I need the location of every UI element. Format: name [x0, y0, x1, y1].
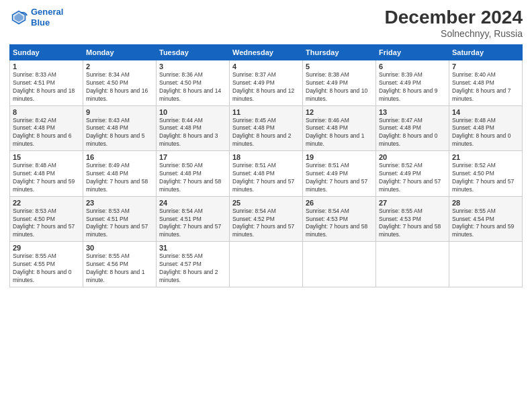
- day-info: Sunrise: 8:33 AM Sunset: 4:51 PM Dayligh…: [13, 71, 80, 103]
- day-number: 7: [452, 62, 519, 71]
- day-header-friday: Friday: [376, 45, 449, 60]
- day-header-thursday: Thursday: [303, 45, 376, 60]
- calendar-day-27: 27 Sunrise: 8:55 AM Sunset: 4:53 PM Dayl…: [376, 196, 449, 242]
- calendar-day-3: 3 Sunrise: 8:36 AM Sunset: 4:50 PM Dayli…: [157, 60, 230, 106]
- empty-cell: [303, 242, 376, 287]
- calendar-day-18: 18 Sunrise: 8:51 AM Sunset: 4:48 PM Dayl…: [230, 151, 303, 197]
- day-number: 12: [306, 108, 373, 116]
- calendar-day-7: 7 Sunrise: 8:40 AM Sunset: 4:48 PM Dayli…: [449, 60, 523, 106]
- day-info: Sunrise: 8:38 AM Sunset: 4:49 PM Dayligh…: [306, 71, 373, 103]
- subtitle: Solnechnyy, Russia: [385, 28, 523, 39]
- day-info: Sunrise: 8:53 AM Sunset: 4:50 PM Dayligh…: [13, 208, 80, 240]
- calendar-day-5: 5 Sunrise: 8:38 AM Sunset: 4:49 PM Dayli…: [303, 60, 376, 106]
- day-info: Sunrise: 8:37 AM Sunset: 4:49 PM Dayligh…: [232, 71, 300, 103]
- day-number: 26: [306, 199, 373, 207]
- day-info: Sunrise: 8:55 AM Sunset: 4:55 PM Dayligh…: [13, 253, 80, 285]
- day-info: Sunrise: 8:51 AM Sunset: 4:49 PM Dayligh…: [306, 162, 373, 194]
- day-info: Sunrise: 8:44 AM Sunset: 4:48 PM Dayligh…: [159, 117, 226, 149]
- day-number: 24: [159, 199, 226, 207]
- empty-cell: [449, 242, 523, 287]
- calendar-day-24: 24 Sunrise: 8:54 AM Sunset: 4:51 PM Dayl…: [157, 196, 230, 242]
- day-info: Sunrise: 8:55 AM Sunset: 4:54 PM Dayligh…: [452, 208, 519, 240]
- day-number: 9: [86, 108, 153, 116]
- day-info: Sunrise: 8:48 AM Sunset: 4:48 PM Dayligh…: [452, 117, 519, 149]
- day-info: Sunrise: 8:50 AM Sunset: 4:48 PM Dayligh…: [159, 162, 226, 194]
- day-number: 31: [159, 244, 226, 252]
- day-number: 19: [306, 153, 373, 161]
- day-number: 5: [306, 62, 373, 71]
- calendar-day-16: 16 Sunrise: 8:49 AM Sunset: 4:48 PM Dayl…: [83, 151, 157, 197]
- day-number: 17: [159, 153, 226, 161]
- day-number: 4: [232, 62, 300, 71]
- empty-cell: [230, 242, 303, 287]
- day-number: 29: [13, 244, 80, 252]
- calendar-day-11: 11 Sunrise: 8:45 AM Sunset: 4:48 PM Dayl…: [230, 105, 303, 151]
- day-info: Sunrise: 8:34 AM Sunset: 4:50 PM Dayligh…: [86, 71, 153, 103]
- main-title: December 2024: [385, 7, 523, 28]
- day-number: 15: [13, 153, 80, 161]
- day-info: Sunrise: 8:36 AM Sunset: 4:50 PM Dayligh…: [159, 71, 226, 103]
- day-number: 8: [13, 108, 80, 116]
- calendar-day-12: 12 Sunrise: 8:46 AM Sunset: 4:48 PM Dayl…: [303, 105, 376, 151]
- calendar-day-22: 22 Sunrise: 8:53 AM Sunset: 4:50 PM Dayl…: [10, 196, 83, 242]
- day-header-tuesday: Tuesday: [157, 45, 230, 60]
- calendar-day-20: 20 Sunrise: 8:52 AM Sunset: 4:49 PM Dayl…: [376, 151, 449, 197]
- day-info: Sunrise: 8:49 AM Sunset: 4:48 PM Dayligh…: [86, 162, 153, 194]
- calendar-day-21: 21 Sunrise: 8:52 AM Sunset: 4:50 PM Dayl…: [449, 151, 523, 197]
- day-number: 6: [379, 62, 446, 71]
- day-number: 20: [379, 153, 446, 161]
- day-number: 16: [86, 153, 153, 161]
- calendar-day-4: 4 Sunrise: 8:37 AM Sunset: 4:49 PM Dayli…: [230, 60, 303, 106]
- day-number: 21: [452, 153, 519, 161]
- day-number: 11: [232, 108, 300, 116]
- calendar-day-29: 29 Sunrise: 8:55 AM Sunset: 4:55 PM Dayl…: [10, 242, 83, 287]
- calendar-day-30: 30 Sunrise: 8:55 AM Sunset: 4:56 PM Dayl…: [83, 242, 157, 287]
- day-number: 28: [452, 199, 519, 207]
- calendar-day-17: 17 Sunrise: 8:50 AM Sunset: 4:48 PM Dayl…: [157, 151, 230, 197]
- day-header-sunday: Sunday: [10, 45, 83, 60]
- header: General Blue December 2024 Solnechnyy, R…: [9, 7, 523, 39]
- logo: General Blue: [9, 7, 63, 28]
- day-info: Sunrise: 8:39 AM Sunset: 4:49 PM Dayligh…: [379, 71, 446, 103]
- day-info: Sunrise: 8:54 AM Sunset: 4:51 PM Dayligh…: [159, 208, 226, 240]
- calendar-week-2: 8 Sunrise: 8:42 AM Sunset: 4:48 PM Dayli…: [10, 105, 523, 151]
- calendar-day-6: 6 Sunrise: 8:39 AM Sunset: 4:49 PM Dayli…: [376, 60, 449, 106]
- day-number: 10: [159, 108, 226, 116]
- day-info: Sunrise: 8:51 AM Sunset: 4:48 PM Dayligh…: [232, 162, 300, 194]
- day-header-wednesday: Wednesday: [230, 45, 303, 60]
- day-number: 22: [13, 199, 80, 207]
- day-header-monday: Monday: [83, 45, 157, 60]
- calendar-day-10: 10 Sunrise: 8:44 AM Sunset: 4:48 PM Dayl…: [157, 105, 230, 151]
- day-info: Sunrise: 8:45 AM Sunset: 4:48 PM Dayligh…: [232, 117, 300, 149]
- day-info: Sunrise: 8:55 AM Sunset: 4:56 PM Dayligh…: [86, 253, 153, 285]
- calendar-day-8: 8 Sunrise: 8:42 AM Sunset: 4:48 PM Dayli…: [10, 105, 83, 151]
- calendar-day-13: 13 Sunrise: 8:47 AM Sunset: 4:48 PM Dayl…: [376, 105, 449, 151]
- calendar: SundayMondayTuesdayWednesdayThursdayFrid…: [9, 44, 523, 287]
- day-number: 2: [86, 62, 153, 71]
- logo-text: General Blue: [31, 7, 63, 28]
- calendar-week-1: 1 Sunrise: 8:33 AM Sunset: 4:51 PM Dayli…: [10, 60, 523, 106]
- day-info: Sunrise: 8:52 AM Sunset: 4:50 PM Dayligh…: [452, 162, 519, 194]
- page: General Blue December 2024 Solnechnyy, R…: [0, 0, 532, 411]
- day-number: 1: [13, 62, 80, 71]
- day-number: 23: [86, 199, 153, 207]
- day-info: Sunrise: 8:55 AM Sunset: 4:53 PM Dayligh…: [379, 208, 446, 240]
- day-header-saturday: Saturday: [449, 45, 523, 60]
- day-info: Sunrise: 8:43 AM Sunset: 4:48 PM Dayligh…: [86, 117, 153, 149]
- day-number: 14: [452, 108, 519, 116]
- calendar-day-9: 9 Sunrise: 8:43 AM Sunset: 4:48 PM Dayli…: [83, 105, 157, 151]
- day-info: Sunrise: 8:52 AM Sunset: 4:49 PM Dayligh…: [379, 162, 446, 194]
- day-number: 13: [379, 108, 446, 116]
- day-info: Sunrise: 8:46 AM Sunset: 4:48 PM Dayligh…: [306, 117, 373, 149]
- day-number: 3: [159, 62, 226, 71]
- day-number: 25: [232, 199, 300, 207]
- empty-cell: [376, 242, 449, 287]
- calendar-header-row: SundayMondayTuesdayWednesdayThursdayFrid…: [10, 45, 523, 60]
- calendar-day-15: 15 Sunrise: 8:48 AM Sunset: 4:48 PM Dayl…: [10, 151, 83, 197]
- calendar-day-28: 28 Sunrise: 8:55 AM Sunset: 4:54 PM Dayl…: [449, 196, 523, 242]
- day-info: Sunrise: 8:54 AM Sunset: 4:53 PM Dayligh…: [306, 208, 373, 240]
- day-info: Sunrise: 8:55 AM Sunset: 4:57 PM Dayligh…: [159, 253, 226, 285]
- calendar-day-2: 2 Sunrise: 8:34 AM Sunset: 4:50 PM Dayli…: [83, 60, 157, 106]
- calendar-day-31: 31 Sunrise: 8:55 AM Sunset: 4:57 PM Dayl…: [157, 242, 230, 287]
- day-info: Sunrise: 8:42 AM Sunset: 4:48 PM Dayligh…: [13, 117, 80, 149]
